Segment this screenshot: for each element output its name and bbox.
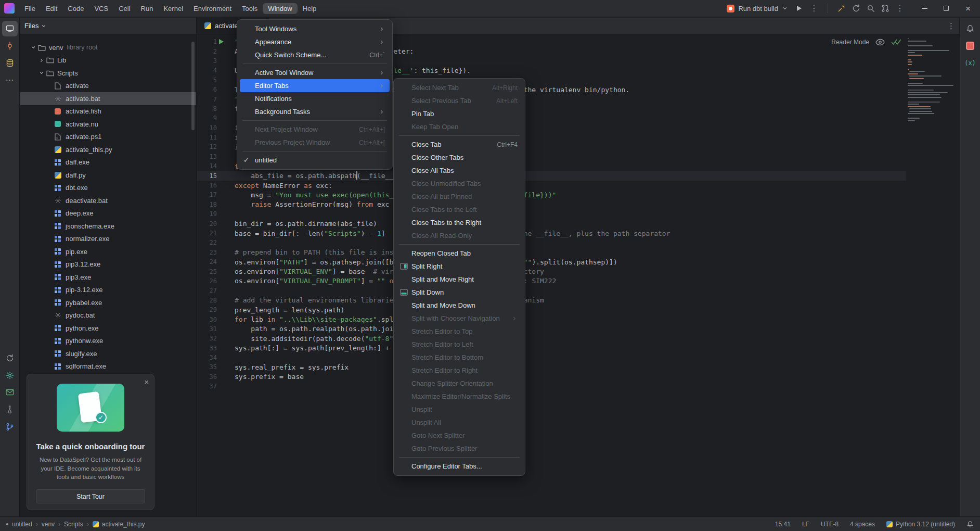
run-button[interactable] (797, 6, 802, 11)
minimize-icon[interactable] (913, 0, 935, 17)
menubar-item-window[interactable]: Window (263, 3, 297, 14)
code-line[interactable]: 33sys.path[:] = sys.path[prev_length:] +… (197, 344, 906, 353)
menubar-item-environment[interactable]: Environment (188, 3, 237, 14)
tree-item-lib[interactable]: Lib (20, 54, 196, 67)
notifications-icon[interactable] (966, 521, 974, 528)
code-line[interactable]: 15 abs_file = os.path.abspath(__file__) (197, 171, 906, 180)
tree-item-pip-exe[interactable]: pip.exe (20, 245, 196, 258)
code-line[interactable]: 34 (197, 353, 906, 362)
editor-tabs-menu-item-close-all-tabs[interactable]: Close All Tabs (396, 164, 522, 177)
editor-tabs-menu-item-pin-tab[interactable]: Pin Tab (396, 107, 522, 120)
tree-item-pybabel-exe[interactable]: pybabel.exe (20, 296, 196, 309)
code-line[interactable]: 29prev_length = len(sys.path) (197, 305, 906, 314)
tree-item-activate-this-py[interactable]: activate_this.py (20, 143, 196, 156)
menubar-item-code[interactable]: Code (62, 3, 89, 14)
branch-icon[interactable] (2, 419, 18, 435)
eye-icon[interactable] (875, 39, 885, 46)
files-panel-header[interactable]: Files (20, 18, 196, 34)
code-line[interactable]: 26os.environ["VIRTUAL_ENV_PROMPT"] = "" … (197, 276, 906, 286)
tree-item-normalizer-exe[interactable]: normalizer.exe (20, 233, 196, 246)
tab-options-more-icon[interactable]: ⋮ (947, 18, 955, 34)
tree-item-scripts[interactable]: Scripts (20, 67, 196, 80)
tree-item-activate-ps1[interactable]: activate.ps1 (20, 131, 196, 144)
editor-tabs-menu-item-close-other-tabs[interactable]: Close Other Tabs (396, 151, 522, 164)
window-menu-item-editor-tabs[interactable]: Editor Tabs (240, 79, 390, 92)
window-menu-item-notifications[interactable]: Notifications (240, 92, 390, 105)
more-icon[interactable]: ⋮ (893, 1, 907, 16)
code-line[interactable]: 30for lib in "..\\Lib\\site-packages".sp… (197, 314, 906, 324)
commit-icon[interactable] (2, 38, 18, 54)
window-menu-item-tool-windows[interactable]: Tool Windows (240, 22, 390, 35)
editor-tabs-menu-item-close-tab[interactable]: Close TabCtrl+F4 (396, 138, 522, 151)
tree-item-daff-exe[interactable]: daff.exe (20, 156, 196, 169)
code-line[interactable]: 28# add the virtual environments librari… (197, 296, 906, 305)
tree-item-activate-fish[interactable]: activate.fish (20, 105, 196, 118)
chevron-right-icon[interactable] (37, 57, 46, 64)
tree-item-daff-py[interactable]: daff.py (20, 169, 196, 182)
window-menu-item-active-tool-window[interactable]: Active Tool Window (240, 66, 390, 79)
menubar-item-tools[interactable]: Tools (237, 3, 263, 14)
code-line[interactable]: 35sys.real_prefix = sys.prefix (197, 362, 906, 372)
tree-item-deep-exe[interactable]: deep.exe (20, 207, 196, 220)
editor-tabs-menu-item-split-down[interactable]: Split Down (396, 286, 522, 299)
indent-setting[interactable]: 4 spaces (850, 521, 875, 528)
tree-item-slugify-exe[interactable]: slugify.exe (20, 347, 196, 360)
window-menu-item-appearance[interactable]: Appearance (240, 35, 390, 48)
python-console-icon[interactable] (2, 402, 18, 418)
tree-item-activate-bat[interactable]: activate.bat (20, 92, 196, 105)
editor-tabs-menu-item-reopen-closed-tab[interactable]: Reopen Closed Tab (396, 247, 522, 260)
code-line[interactable]: 20bin_dir = os.path.dirname(abs_file) (197, 219, 906, 228)
tree-item-pydoc-bat[interactable]: pydoc.bat (20, 309, 196, 322)
run-more-icon[interactable]: ⋮ (807, 1, 821, 16)
assistant-icon[interactable] (962, 38, 978, 54)
minimap[interactable] (906, 36, 956, 128)
file-encoding[interactable]: UTF-8 (821, 521, 839, 528)
reader-mode-label[interactable]: Reader Mode (831, 39, 869, 46)
close-icon[interactable]: × (957, 0, 979, 17)
code-line[interactable]: 31 path = os.path.realpath(os.path.join(… (197, 324, 906, 334)
code-line[interactable]: 21base = bin_dir[: -len("Scripts") - 1] … (197, 229, 906, 238)
database-icon[interactable] (2, 55, 18, 71)
breadcrumb-item-scripts[interactable]: Scripts (64, 521, 83, 528)
tree-item-pip-3-12-exe[interactable]: pip-3.12.exe (20, 284, 196, 297)
update-icon[interactable] (849, 1, 863, 16)
editor-tabs-menu-item-configure-editor-tabs[interactable]: Configure Editor Tabs... (396, 460, 522, 473)
tree-item-pythonw-exe[interactable]: pythonw.exe (20, 335, 196, 348)
menubar-item-help[interactable]: Help (298, 3, 322, 14)
window-menu-item-quick-switch-scheme[interactable]: Quick Switch Scheme...Ctrl+` (240, 48, 390, 61)
code-line[interactable]: 25os.environ["VIRTUAL_ENV"] = base # vir… (197, 267, 906, 276)
tree-item-python-exe[interactable]: python.exe (20, 322, 196, 335)
mail-icon[interactable] (2, 385, 18, 400)
breadcrumb-item-untitled[interactable]: untitled (12, 521, 32, 528)
variables-icon[interactable]: (x) (962, 55, 978, 71)
code-line[interactable]: 36sys.prefix = base (197, 372, 906, 382)
tree-item-pip3-12-exe[interactable]: pip3.12.exe (20, 258, 196, 271)
line-ending[interactable]: LF (802, 521, 809, 528)
window-menu-item-untitled[interactable]: ✓untitled (240, 154, 390, 167)
menubar-item-run[interactable]: Run (136, 3, 159, 14)
tree-scrollbar[interactable] (191, 42, 195, 130)
services-icon[interactable] (2, 368, 18, 383)
breadcrumb-item-venv[interactable]: venv (42, 521, 55, 528)
menubar-item-vcs[interactable]: VCS (89, 3, 113, 14)
menubar-item-cell[interactable]: Cell (113, 3, 135, 14)
tree-item-activate[interactable]: activate (20, 80, 196, 93)
maximize-icon[interactable] (935, 0, 957, 17)
code-line[interactable]: 32 site.addsitedir(path.decode("utf-8") … (197, 334, 906, 343)
inspections-ok-icon[interactable] (891, 39, 901, 45)
more-icon[interactable]: ⋯ (2, 72, 18, 88)
code-line[interactable]: 22 (197, 238, 906, 247)
editor-tabs-menu-item-split-right[interactable]: Split Right (396, 260, 522, 273)
python-interpreter[interactable]: Python 3.12 (untitled) (886, 521, 955, 528)
menubar-item-file[interactable]: File (19, 3, 41, 14)
editor-tabs-menu-item-close-tabs-to-the-right[interactable]: Close Tabs to the Right (396, 216, 522, 229)
editor-tabs-menu-item-split-and-move-right[interactable]: Split and Move Right (396, 273, 522, 286)
code-line[interactable]: 17 msg = "You must use exec(open(this_fi… (197, 190, 906, 199)
code-line[interactable]: 16except NameError as exc: (197, 181, 906, 190)
tree-item-pip3-exe[interactable]: pip3.exe (20, 271, 196, 284)
menubar-item-kernel[interactable]: Kernel (158, 3, 188, 14)
pull-request-icon[interactable] (878, 1, 893, 16)
code-line[interactable]: 23# prepend bin to PATH (this file is in… (197, 248, 906, 257)
notifications-icon[interactable] (962, 21, 978, 36)
search-icon[interactable] (863, 1, 878, 16)
